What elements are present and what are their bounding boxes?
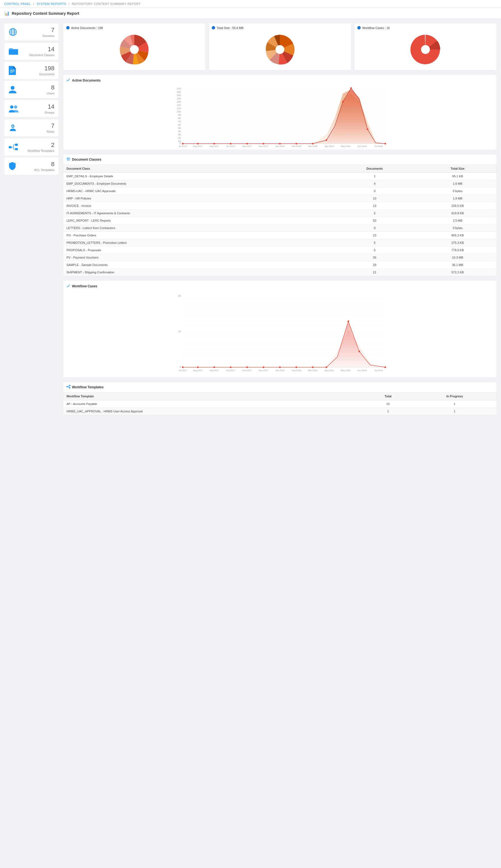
stat-card-groups: 14 Groups <box>4 100 59 118</box>
workflow-cases-chart-title: Workflow Cases <box>66 284 493 288</box>
svg-point-123 <box>296 366 297 368</box>
workflow-cases-chart-label: Workflow Cases <box>72 284 97 288</box>
svg-point-118 <box>213 366 215 368</box>
total-size-pie-svg <box>265 34 295 65</box>
workflow-tpl-table-icon <box>66 385 70 389</box>
svg-point-127 <box>359 351 360 352</box>
table-cell: 1 <box>413 408 497 415</box>
workflow-cases-pie-label: Workflow Cases : 16 <box>362 26 390 30</box>
svg-point-119 <box>230 366 232 368</box>
total-size-pie-label: Total Size : 55.6 MB <box>217 26 244 30</box>
table-row: LERC_REPORT - LERC Reports502.5 MB <box>63 217 497 224</box>
svg-text:40: 40 <box>178 130 181 133</box>
table-row: PO - Purchase Orders23805.2 KB <box>63 232 497 239</box>
svg-rect-142 <box>66 386 68 387</box>
col-header-in-progress: In Progress <box>413 393 497 400</box>
table-cell: 35 <box>331 254 419 261</box>
svg-text:Mar-2018: Mar-2018 <box>308 369 318 372</box>
table-row: SHIPMENT - Shipping Confirmation21572.2 … <box>63 269 497 276</box>
shield-icon <box>9 161 19 171</box>
active-docs-pie-label: Active Documents : 198 <box>71 26 103 30</box>
svg-rect-90 <box>67 157 70 161</box>
workflow-cases-pie-icon: 🔵 <box>357 26 361 30</box>
svg-text:30: 30 <box>178 133 181 136</box>
svg-text:70: 70 <box>178 120 181 123</box>
svg-text:Aug-2017: Aug-2017 <box>193 145 203 148</box>
table-cell: HRMS-UAC - HRMC UAC Approvals <box>63 187 331 195</box>
svg-point-126 <box>348 320 349 322</box>
svg-text:Jun-2018: Jun-2018 <box>358 145 367 148</box>
roles-number: 7 <box>47 122 54 129</box>
svg-text:Oct-2017: Oct-2017 <box>226 369 235 372</box>
svg-point-64 <box>197 143 199 144</box>
svg-text:120: 120 <box>177 104 181 106</box>
total-size-pie-icon: 🔵 <box>212 26 215 30</box>
svg-text:Jun-2018: Jun-2018 <box>358 369 367 372</box>
svg-rect-15 <box>15 144 18 146</box>
svg-text:80: 80 <box>178 117 181 120</box>
table-cell: 275.3 KB <box>419 239 497 247</box>
group-icon <box>9 104 19 113</box>
table-cell: 1.6 MB <box>419 180 497 187</box>
folder-icon <box>9 47 19 55</box>
table-row: LETTERS - Letters from Contractors00 byt… <box>63 224 497 232</box>
svg-text:60: 60 <box>178 124 181 126</box>
svg-point-71 <box>312 143 313 144</box>
svg-point-128 <box>384 366 386 368</box>
svg-point-124 <box>312 366 313 368</box>
table-cell: HRMS_UAC_APPROVAL - HRMS User Access App… <box>63 408 363 415</box>
col-header-doc-class: Document Class <box>63 165 331 173</box>
main-content: 🔵 Active Documents : 198 <box>63 23 497 415</box>
table-row: SAMPLE - Sample Documents2936.1 MB <box>63 261 497 269</box>
roles-icon <box>9 124 19 132</box>
workflow-templates-table-card: Workflow Templates Workflow Template Tot… <box>63 382 497 415</box>
table-cell: 95.1 KB <box>419 173 497 180</box>
roles-label: Roles <box>47 130 54 133</box>
workflow-templates-number: 2 <box>28 141 54 149</box>
svg-text:20: 20 <box>178 294 181 297</box>
svg-text:Dec-2017: Dec-2017 <box>259 369 268 372</box>
table-cell: HRP - HR Policies <box>63 195 331 202</box>
breadcrumb: CONTROL PANEL / SYSTEM REPORTS / REPOSIT… <box>0 0 501 8</box>
svg-text:10: 10 <box>178 330 181 333</box>
svg-text:Jul-2017: Jul-2017 <box>179 145 187 148</box>
page-title: Repository Content Summary Report <box>12 11 79 15</box>
documents-stat-info: 198 Documents <box>39 65 54 76</box>
svg-point-22 <box>130 45 139 54</box>
table-cell: 4 <box>331 180 419 187</box>
table-row: PROPOSALS - Proposals5778.0 KB <box>63 247 497 254</box>
document-icon <box>9 66 19 75</box>
col-header-total-size: Total Size <box>419 165 497 173</box>
table-cell: PROPOSALS - Proposals <box>63 247 331 254</box>
svg-text:Jul-2017: Jul-2017 <box>179 369 187 372</box>
svg-text:Apr-2018: Apr-2018 <box>325 145 334 148</box>
svg-text:150: 150 <box>177 94 181 97</box>
table-cell: 619.8 KB <box>419 210 497 217</box>
breadcrumb-current: REPOSITORY CONTENT SUMMARY REPORT <box>72 2 141 6</box>
svg-point-9 <box>10 105 13 109</box>
table-cell: 805.2 KB <box>419 232 497 239</box>
svg-point-122 <box>279 366 281 368</box>
svg-point-26 <box>421 45 430 54</box>
table-cell: 0 <box>331 187 419 195</box>
svg-text:50: 50 <box>178 127 181 129</box>
col-header-total: Total <box>363 393 413 400</box>
total-size-pie-title: 🔵 Total Size : 55.6 MB <box>212 26 348 30</box>
workflow-templates-header-row: Workflow Template Total In Progress <box>63 393 497 400</box>
svg-text:Jan-2018: Jan-2018 <box>275 369 285 372</box>
domains-stat-info: 7 Domains <box>43 26 54 37</box>
svg-text:Feb-2018: Feb-2018 <box>292 369 301 372</box>
svg-point-8 <box>11 86 14 90</box>
page-header: 📊 Repository Content Summary Report <box>0 8 501 19</box>
svg-text:Oct-2017: Oct-2017 <box>226 145 235 148</box>
table-cell: LERC_REPORT - LERC Reports <box>63 217 331 224</box>
breadcrumb-control-panel[interactable]: CONTROL PANEL <box>4 2 31 6</box>
doc-classes-table-icon <box>66 157 70 162</box>
table-cell: 778.0 KB <box>419 247 497 254</box>
breadcrumb-system-reports[interactable]: SYSTEM REPORTS <box>36 2 66 6</box>
table-cell: EMP_DOCUMENTS - Employee Documents <box>63 180 331 187</box>
acl-templates-label: ACL Templates <box>34 168 54 172</box>
svg-text:Mar-2018: Mar-2018 <box>308 145 318 148</box>
table-row: INVOICE - Invoice13226.5 KB <box>63 202 497 210</box>
breadcrumb-sep1: / <box>33 2 34 6</box>
